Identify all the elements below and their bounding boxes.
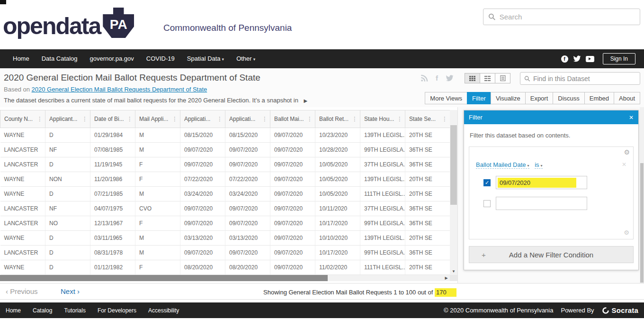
table-cell[interactable]: 37TH LEGISLA... [360, 201, 405, 216]
table-cell[interactable]: 99TH LEGISLA... [360, 143, 405, 157]
find-in-dataset[interactable] [520, 72, 640, 85]
table-cell[interactable]: 10/23/2020 [315, 128, 360, 143]
table-cell[interactable]: 07/22/2020 [225, 172, 270, 187]
find-in-dataset-input[interactable] [533, 75, 636, 82]
table-cell[interactable]: LANCASTER [0, 216, 45, 231]
table-cell[interactable]: LANCASTER [0, 157, 45, 172]
socrata-brand[interactable]: Socrata [602, 306, 638, 314]
table-cell[interactable]: 20TH SE [405, 231, 450, 246]
toolbar-filter-button[interactable]: Filter [467, 92, 491, 104]
table-cell[interactable]: 08/15/2020 [225, 128, 270, 143]
nav-item-home[interactable]: Home [7, 49, 36, 68]
table-cell[interactable]: 09/07/2020 [270, 246, 315, 260]
twitter-icon[interactable] [573, 55, 581, 62]
facebook-share-icon[interactable]: f [436, 74, 438, 82]
table-cell[interactable]: 09/07/2020 [225, 246, 270, 260]
table-horizontal-scrollbar[interactable]: ▶ [0, 275, 450, 281]
column-menu-icon[interactable]: ⋮ [216, 116, 224, 122]
filter-value-checkbox-2[interactable] [483, 200, 491, 207]
table-cell[interactable]: 37TH LEGISLA... [360, 157, 405, 172]
table-cell[interactable]: 08/15/2020 [180, 128, 225, 143]
table-cell[interactable]: D [45, 231, 90, 246]
column-menu-icon[interactable]: ⋮ [441, 116, 448, 122]
table-cell[interactable]: M [135, 246, 180, 260]
table-cell[interactable]: 20TH SE [405, 128, 450, 143]
table-cell[interactable]: 08/20/2020 [180, 260, 225, 275]
table-cell[interactable]: 01/29/1984 [90, 128, 135, 143]
column-menu-icon[interactable]: ⋮ [126, 116, 134, 122]
nav-item-covid-19[interactable]: COVID-19 [140, 49, 181, 68]
table-cell[interactable]: M [135, 128, 180, 143]
table-cell[interactable]: 36TH SE [405, 246, 450, 260]
table-cell[interactable]: 111TH LEGISL... [360, 260, 405, 275]
table-cell[interactable]: 12/13/1967 [90, 216, 135, 231]
next-button[interactable]: Next › [61, 287, 80, 295]
table-cell[interactable]: 20TH SE [405, 187, 450, 201]
table-cell[interactable]: 10/10/2020 [315, 231, 360, 246]
toolbar-about-button[interactable]: About [614, 92, 640, 104]
table-cell[interactable]: 11/19/1945 [90, 157, 135, 172]
table-cell[interactable]: 03/24/2020 [225, 187, 270, 201]
table-cell[interactable]: D [45, 157, 90, 172]
toolbar-embed-button[interactable]: Embed [584, 92, 614, 104]
toolbar-export-button[interactable]: Export [525, 92, 554, 104]
table-cell[interactable]: 09/07/2020 [180, 246, 225, 260]
column-header[interactable]: State Se...⋮ [405, 110, 450, 128]
split-view-button[interactable] [480, 73, 495, 83]
table-cell[interactable]: 139TH LEGISL... [360, 172, 405, 187]
column-header[interactable]: Date of Bi...⋮ [90, 110, 135, 128]
table-cell[interactable]: 36TH SE [405, 143, 450, 157]
table-cell[interactable]: 09/07/2020 [270, 128, 315, 143]
previous-button[interactable]: ‹ Previous [6, 287, 38, 295]
table-cell[interactable]: WAYNE [0, 187, 45, 201]
table-cell[interactable]: 10/17/2020 [315, 216, 360, 231]
table-cell[interactable]: 10/28/2020 [315, 143, 360, 157]
filter-field-dropdown[interactable]: Ballot Mailed Date▾ [476, 161, 529, 169]
table-cell[interactable]: 09/07/2020 [225, 143, 270, 157]
grid-view-button[interactable] [465, 73, 480, 83]
table-cell[interactable]: 20TH SE [405, 172, 450, 187]
table-cell[interactable]: 09/07/2020 [270, 187, 315, 201]
table-cell[interactable]: NF [45, 201, 90, 216]
table-cell[interactable]: 10/05/2020 [315, 172, 360, 187]
table-cell[interactable]: 10/05/2020 [315, 157, 360, 172]
table-cell[interactable]: 07/22/2020 [180, 172, 225, 187]
expand-description-icon[interactable]: ▶ [304, 98, 308, 103]
page-scroll-thumb[interactable] [640, 163, 644, 283]
column-menu-icon[interactable]: ⋮ [261, 116, 268, 122]
scroll-down-icon[interactable]: ▼ [450, 268, 457, 275]
column-menu-icon[interactable]: ⋮ [306, 116, 313, 122]
table-cell[interactable]: 36TH SE [405, 216, 450, 231]
column-header[interactable]: Ballot Ret...⋮ [315, 110, 360, 128]
table-cell[interactable]: D [45, 260, 90, 275]
table-cell[interactable]: 36TH SE [405, 201, 450, 216]
table-cell[interactable]: D [45, 187, 90, 201]
table-cell[interactable]: 08/20/2020 [225, 260, 270, 275]
site-search[interactable] [483, 9, 640, 25]
column-menu-icon[interactable]: ⋮ [396, 116, 403, 122]
table-cell[interactable]: 09/07/2020 [270, 216, 315, 231]
table-cell[interactable]: WAYNE [0, 128, 45, 143]
table-cell[interactable]: M [135, 143, 180, 157]
site-search-input[interactable] [500, 13, 635, 21]
table-cell[interactable]: 11/02/2020 [315, 260, 360, 275]
column-header[interactable]: County N...⋮ [0, 110, 45, 128]
table-cell[interactable]: 07/08/1985 [90, 143, 135, 157]
filter-value-checkbox[interactable]: ✓ [483, 179, 491, 186]
table-cell[interactable]: F [135, 157, 180, 172]
horizontal-scroll-thumb[interactable] [0, 275, 328, 281]
table-cell[interactable]: 99TH LEGISLA... [360, 246, 405, 260]
table-cell[interactable]: 07/21/1985 [90, 187, 135, 201]
table-cell[interactable]: 03/13/2020 [180, 231, 225, 246]
table-cell[interactable]: D [45, 128, 90, 143]
table-cell[interactable]: 10/11/2020 [315, 201, 360, 216]
facebook-icon[interactable]: f [561, 55, 568, 63]
table-cell[interactable]: WAYNE [0, 260, 45, 275]
filter-operator-dropdown[interactable]: is▾ [535, 161, 542, 169]
gear-icon[interactable]: ⚙ [624, 229, 629, 236]
nav-item-other[interactable]: Other▾ [230, 49, 261, 69]
table-cell[interactable]: NO [45, 216, 90, 231]
table-cell[interactable]: F [135, 216, 180, 231]
column-header[interactable]: Applicati...⋮ [225, 110, 270, 128]
table-cell[interactable]: 10/05/2020 [315, 187, 360, 201]
